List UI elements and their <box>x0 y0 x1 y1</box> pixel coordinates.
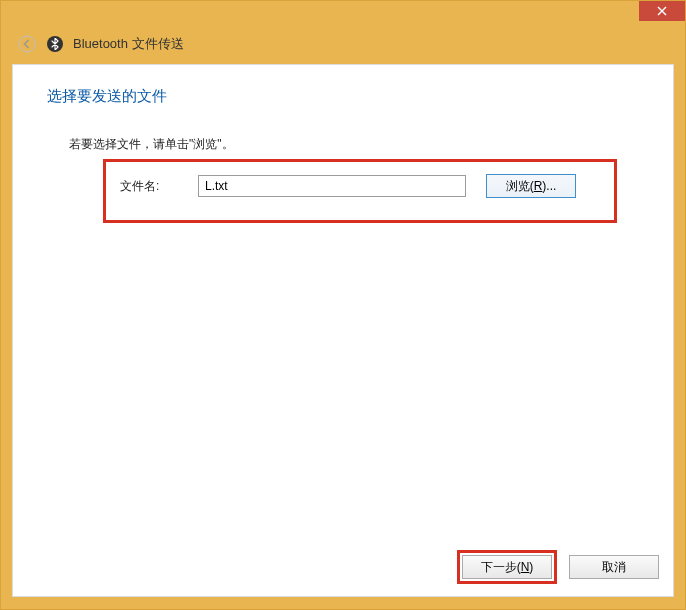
back-button[interactable] <box>17 34 37 54</box>
file-row-highlight: 文件名: 浏览(R)... <box>103 159 617 223</box>
next-button-prefix: 下一步( <box>481 560 521 574</box>
content-panel: 选择要发送的文件 若要选择文件，请单击"浏览"。 文件名: 浏览(R)... 下… <box>12 64 674 597</box>
svg-point-2 <box>19 36 35 52</box>
bluetooth-icon <box>47 36 63 52</box>
file-row: 文件名: 浏览(R)... <box>120 174 600 198</box>
next-button-suffix: ) <box>529 560 533 574</box>
cancel-button[interactable]: 取消 <box>569 555 659 579</box>
titlebar <box>1 1 685 31</box>
browse-button-suffix: )... <box>542 179 556 193</box>
close-button[interactable] <box>639 1 685 21</box>
instruction-text: 若要选择文件，请单击"浏览"。 <box>13 106 673 153</box>
browse-button-prefix: 浏览( <box>506 179 534 193</box>
header: Bluetooth 文件传送 <box>1 31 685 63</box>
next-button[interactable]: 下一步(N) <box>462 555 552 579</box>
footer-buttons: 下一步(N) 取消 <box>457 550 659 584</box>
filename-input[interactable] <box>198 175 466 197</box>
browse-button[interactable]: 浏览(R)... <box>486 174 576 198</box>
close-icon <box>657 6 667 16</box>
next-button-highlight: 下一步(N) <box>457 550 557 584</box>
window-title: Bluetooth 文件传送 <box>73 35 184 53</box>
filename-label: 文件名: <box>120 178 178 195</box>
window-frame: Bluetooth 文件传送 选择要发送的文件 若要选择文件，请单击"浏览"。 … <box>0 0 686 610</box>
back-arrow-icon <box>18 35 36 53</box>
page-heading: 选择要发送的文件 <box>13 65 673 106</box>
